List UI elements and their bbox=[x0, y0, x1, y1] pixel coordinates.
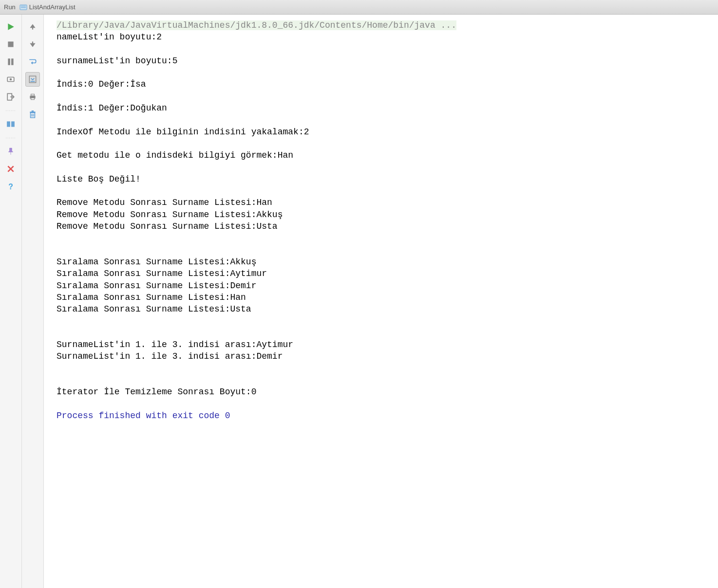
svg-rect-4 bbox=[8, 41, 13, 47]
print-button[interactable] bbox=[25, 90, 40, 104]
exit-button[interactable] bbox=[3, 90, 18, 104]
help-button[interactable]: ? bbox=[3, 179, 18, 194]
process-exit-line: Process finished with exit code 0 bbox=[57, 411, 230, 421]
svg-rect-5 bbox=[8, 58, 10, 65]
svg-rect-10 bbox=[7, 121, 10, 127]
clear-all-button[interactable] bbox=[25, 107, 40, 122]
svg-rect-21 bbox=[30, 111, 35, 112]
svg-rect-18 bbox=[31, 94, 35, 95]
soft-wrap-button[interactable] bbox=[25, 55, 40, 69]
run-config-icon bbox=[19, 3, 27, 11]
svg-point-8 bbox=[10, 78, 12, 81]
stop-button[interactable] bbox=[3, 37, 18, 52]
dump-threads-button[interactable] bbox=[3, 72, 18, 87]
toolbar-separator: ······ bbox=[5, 108, 16, 113]
scroll-to-end-button[interactable] bbox=[25, 72, 40, 87]
run-panel-body: ······ ······ ? bbox=[0, 15, 718, 588]
up-button[interactable] bbox=[25, 19, 40, 34]
svg-rect-19 bbox=[31, 98, 35, 99]
svg-rect-1 bbox=[21, 6, 26, 6]
svg-rect-13 bbox=[32, 27, 33, 30]
svg-rect-6 bbox=[11, 58, 14, 65]
svg-rect-14 bbox=[32, 41, 33, 44]
toolbar-separator: ······ bbox=[5, 135, 16, 140]
pause-button[interactable] bbox=[3, 55, 18, 69]
run-config-title: ListAndArrayList bbox=[29, 3, 76, 11]
run-label: Run bbox=[4, 3, 16, 11]
down-button[interactable] bbox=[25, 37, 40, 52]
command-line: /Library/Java/JavaVirtualMachines/jdk1.8… bbox=[57, 20, 456, 30]
toolbar-column-left: ······ ······ ? bbox=[0, 15, 22, 588]
svg-text:?: ? bbox=[8, 183, 13, 191]
console-text: nameList'in boyutu:2 surnameList'in boyu… bbox=[57, 32, 309, 397]
close-button[interactable] bbox=[3, 162, 18, 176]
run-panel-header: Run ListAndArrayList bbox=[0, 0, 718, 15]
run-button[interactable] bbox=[3, 19, 18, 34]
svg-marker-3 bbox=[8, 23, 14, 30]
console-output[interactable]: /Library/Java/JavaVirtualMachines/jdk1.8… bbox=[44, 15, 718, 588]
svg-rect-2 bbox=[21, 7, 26, 8]
svg-rect-22 bbox=[32, 110, 34, 111]
svg-rect-16 bbox=[31, 81, 35, 82]
svg-rect-11 bbox=[11, 121, 15, 127]
toolbar-column-right bbox=[22, 15, 44, 588]
layout-button[interactable] bbox=[3, 117, 18, 131]
pin-button[interactable] bbox=[3, 144, 18, 159]
